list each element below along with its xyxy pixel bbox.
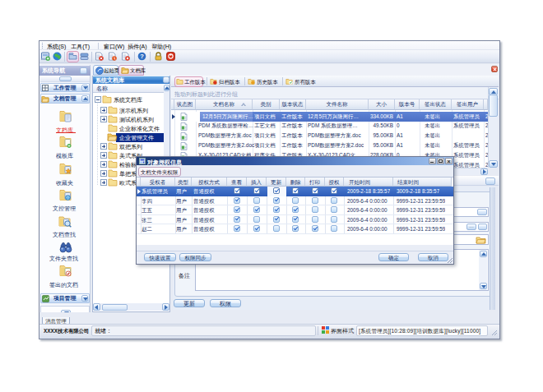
svg-text:?: ? <box>140 53 144 60</box>
